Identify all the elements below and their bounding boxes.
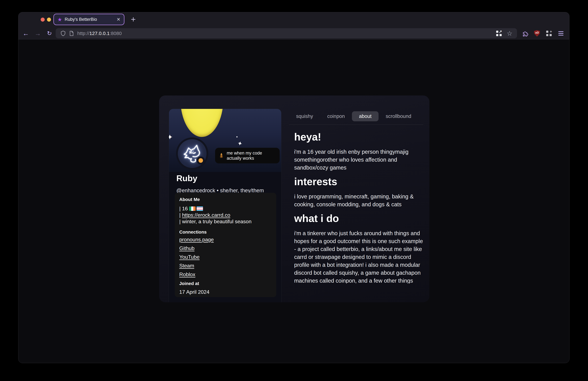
bio-line-age: | 16 (179, 205, 272, 212)
about-tab-content: heya! i'm a 16 year old irish enby perso… (294, 132, 426, 283)
star-icon: ★ (58, 17, 62, 22)
connection-link-pronouns[interactable]: pronouns.page (179, 237, 214, 242)
bird-emoji (219, 153, 224, 159)
squares-plus-icon[interactable]: + (544, 27, 554, 40)
connections-heading: Connections (179, 230, 272, 235)
tab-coinpon[interactable]: coinpon (320, 111, 352, 121)
star-sparkle-icon: ✦ (237, 140, 243, 147)
url-host: 127.0.0.1 (89, 31, 109, 36)
joined-date: 17 April 2024 (179, 289, 272, 295)
ireland-flag-emoji (189, 206, 196, 211)
joined-heading: Joined at (179, 281, 272, 286)
moon-graphic (180, 109, 223, 137)
page-content: ✦ ✦ (18, 40, 569, 363)
status-indicator-idle (197, 157, 205, 164)
section-heading-what-i-do: what i do (294, 213, 426, 223)
shield-icon[interactable] (59, 28, 67, 38)
bookmark-star-icon[interactable]: ☆ (505, 28, 514, 38)
ublock-origin-icon[interactable]: uO (532, 27, 542, 40)
section-heading-interests: interests (294, 177, 426, 187)
url-text: http://127.0.0.1:8080 (77, 31, 495, 36)
bio-line-season: | winter, a truly beautiful season (179, 218, 272, 225)
connection-link-steam[interactable]: Steam (179, 263, 194, 268)
profile-tabs: squishy coinpon about scrollbound (289, 111, 419, 121)
connection-link-youtube[interactable]: YouTube (179, 254, 200, 260)
address-bar[interactable]: http://127.0.0.1:8080 ↗ ☆ (56, 28, 517, 38)
back-button[interactable]: ← (21, 27, 31, 40)
browser-titlebar: ★ Ruby's BetterBio ✕ + (18, 12, 569, 27)
browser-navbar: ← → ↻ http://127.0.0.1:8080 ↗ ☆ (18, 27, 569, 40)
screenshot-root: ★ Ruby's BetterBio ✕ + ← → ↻ http://127.… (0, 0, 588, 381)
profile-panel: ✦ ✦ (169, 109, 282, 302)
connection-link-roblox[interactable]: Roblox (179, 272, 195, 277)
status-text: me when my code actually works (227, 150, 276, 161)
carrd-link[interactable]: https://erock.carrd.co (182, 212, 230, 218)
bio-lines: | 16 | https://erock.carrd.co | winter, … (179, 205, 272, 225)
about-box: About Me | 16 | https://erock.carrd.co |… (175, 193, 276, 297)
tab-about[interactable]: about (352, 111, 379, 121)
bio-line-link: | https://erock.carrd.co (179, 212, 272, 218)
connection-link-github[interactable]: Github (179, 246, 194, 251)
window-minimize-button[interactable] (47, 18, 51, 22)
tab-scrollbound[interactable]: scrollbound (378, 111, 419, 121)
betterbio-card: ✦ ✦ (159, 96, 429, 302)
url-port: :8080 (109, 31, 122, 36)
tabs-divider (289, 124, 423, 125)
browser-window: ★ Ruby's BetterBio ✕ + ← → ↻ http://127.… (18, 12, 569, 363)
url-scheme: http:// (77, 31, 89, 36)
close-tab-icon[interactable]: ✕ (117, 17, 120, 22)
tab-squishy[interactable]: squishy (289, 111, 320, 121)
profile-name: Ruby (176, 173, 197, 183)
browser-tab[interactable]: ★ Ruby's BetterBio ✕ (53, 14, 125, 25)
section-body-interests: i love programming, minecraft, gaming, b… (294, 193, 426, 208)
avatar[interactable] (176, 138, 208, 170)
tab-title: Ruby's BetterBio (65, 17, 115, 22)
squares-arrow-icon[interactable]: ↗ (495, 28, 503, 38)
hamburger-menu-icon[interactable] (556, 27, 566, 40)
star-dot-icon (236, 136, 237, 138)
status-tooltip: me when my code actually works (215, 148, 280, 163)
section-body-what-i-do: i'm a tinkerer who just fucks around wit… (294, 229, 426, 283)
new-tab-button[interactable]: + (128, 14, 138, 25)
document-icon[interactable] (67, 28, 76, 38)
reload-button[interactable]: ↻ (44, 27, 55, 40)
forward-button[interactable]: → (33, 27, 43, 40)
about-me-heading: About Me (179, 197, 272, 202)
puzzle-extensions-icon[interactable] (520, 27, 530, 40)
section-body-heya: i'm a 16 year old irish enby person thin… (294, 148, 426, 172)
section-heading-heya: heya! (294, 132, 426, 142)
transgender-flag-emoji (197, 206, 203, 211)
window-close-button[interactable] (41, 18, 45, 22)
connections-list: pronouns.page Github YouTube Steam Roblo… (179, 237, 272, 277)
star-sparkle-icon: ✦ (169, 133, 173, 141)
